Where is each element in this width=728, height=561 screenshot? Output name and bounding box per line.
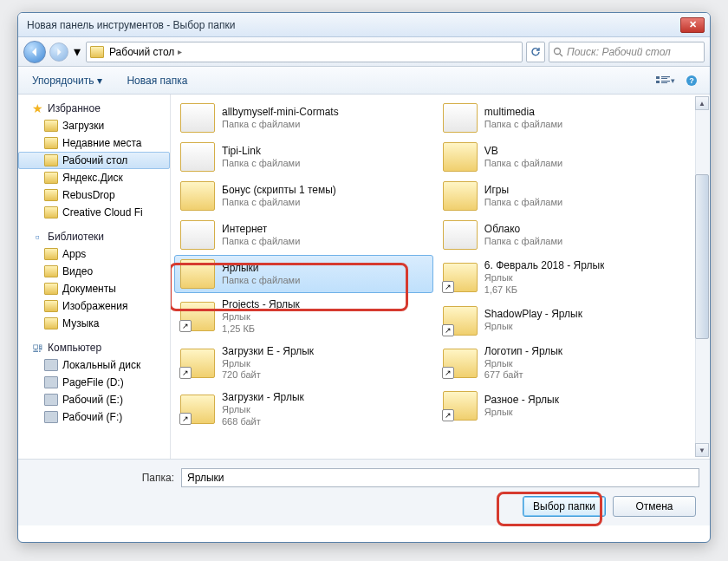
file-name: 6. Февраль 2018 - Ярлык [484, 259, 605, 272]
folder-icon [90, 46, 104, 58]
folder-icon [44, 283, 58, 295]
drive-icon [44, 394, 58, 406]
sidebar-item-label: Изображения [62, 300, 127, 312]
file-item[interactable]: multimediaПапка с файлами [437, 99, 696, 137]
sidebar-item[interactable]: Документы [18, 280, 170, 297]
file-name: Загрузки E - Ярлык [222, 345, 314, 358]
sidebar-item-label: Локальный диск [62, 359, 140, 371]
favorites-group[interactable]: ★Избранное [18, 100, 170, 117]
file-name: Projects - Ярлык [222, 298, 300, 311]
scroll-down-button[interactable]: ▼ [695, 443, 709, 457]
scroll-up-button[interactable]: ▲ [695, 96, 709, 110]
file-name: Интернет [222, 223, 300, 236]
file-item[interactable]: ИгрыПапка с файлами [437, 177, 696, 215]
folder-icon [180, 220, 215, 250]
file-item[interactable]: Логотип - ЯрлыкЯрлык677 байт [437, 341, 696, 387]
folder-icon [180, 103, 215, 133]
svg-rect-4 [661, 81, 670, 82]
new-folder-button[interactable]: Новая папка [120, 71, 194, 90]
view-options-button[interactable]: ▾ [654, 71, 677, 90]
search-icon [553, 47, 563, 57]
computer-group[interactable]: 🖳Компьютер [18, 339, 170, 356]
file-type: Ярлык [222, 358, 314, 370]
sidebar-item[interactable]: Рабочий стол [18, 152, 170, 169]
file-type: Ярлык [222, 404, 304, 416]
sidebar-item[interactable]: Локальный диск [18, 356, 170, 374]
sidebar-item[interactable]: Загрузки [18, 117, 170, 134]
sidebar-item[interactable]: Изображения [18, 297, 170, 315]
sidebar-item[interactable]: Creative Cloud Fi [18, 204, 170, 221]
nav-history-dropdown[interactable]: ▾ [72, 41, 82, 63]
folder-icon [443, 306, 478, 336]
folder-icon [44, 206, 58, 219]
file-item[interactable]: Tipi-LinkПапка с файлами [174, 138, 433, 176]
sidebar-item-label: Видео [62, 265, 93, 277]
folder-icon [443, 220, 478, 250]
sidebar-item-label: Документы [62, 283, 116, 295]
file-item[interactable]: Projects - ЯрлыкЯрлык1,25 КБ [174, 294, 433, 340]
chevron-right-icon[interactable]: ▸ [178, 47, 182, 56]
file-item[interactable]: ОблакоПапка с файлами [437, 216, 696, 254]
sidebar-item[interactable]: RebusDrop [18, 186, 170, 204]
file-type: Папка с файлами [484, 197, 562, 209]
chevron-down-icon: ▾ [97, 75, 102, 87]
file-item[interactable]: Разное - ЯрлыкЯрлык [437, 387, 696, 425]
sidebar-item[interactable]: Недавние места [18, 134, 170, 152]
scrollbar-thumb[interactable] [695, 174, 709, 339]
sidebar-item-label: Музыка [62, 317, 99, 329]
svg-point-0 [555, 48, 561, 54]
file-item[interactable]: ShadowPlay - ЯрлыкЯрлык [437, 302, 696, 340]
help-button[interactable]: ? [680, 71, 703, 90]
sidebar-item[interactable]: PageFile (D:) [18, 374, 170, 391]
folder-icon [443, 103, 478, 133]
folder-icon [44, 189, 58, 201]
sidebar-item[interactable]: Яндекс.Диск [18, 169, 170, 186]
nav-forward-button[interactable] [49, 42, 68, 62]
cancel-button[interactable]: Отмена [613, 496, 696, 517]
svg-rect-3 [661, 76, 670, 77]
file-list[interactable]: allbymyself-mini-CormatsПапка с файламиT… [171, 95, 710, 437]
nav-back-button[interactable] [23, 41, 46, 63]
organize-menu[interactable]: Упорядочить▾ [25, 71, 109, 90]
file-item[interactable]: 6. Февраль 2018 - ЯрлыкЯрлык1,67 КБ [437, 255, 696, 301]
dialog-window: Новая панель инструментов - Выбор папки … [17, 12, 711, 543]
file-type: Папка с файлами [484, 119, 562, 131]
file-item[interactable]: ИнтернетПапка с файлами [174, 216, 433, 254]
sidebar-item-label: Apps [62, 248, 86, 260]
breadcrumb-segment[interactable]: Рабочий стол [109, 46, 174, 58]
sidebar-item[interactable]: Apps [18, 245, 170, 263]
search-box[interactable]: Поиск: Рабочий стол [549, 42, 705, 62]
file-item[interactable]: Загрузки E - ЯрлыкЯрлык720 байт [174, 341, 433, 387]
file-name: Разное - Ярлык [484, 394, 559, 407]
dialog-footer: Папка: Выбор папки Отмена [18, 459, 710, 525]
window-title: Новая панель инструментов - Выбор папки [23, 19, 679, 31]
sidebar-item-label: Creative Cloud Fi [62, 206, 143, 219]
libraries-group[interactable]: ▫Библиотеки [18, 228, 170, 245]
file-name: Tipi-Link [222, 145, 300, 158]
sidebar-item[interactable]: Рабочий (E:) [18, 391, 170, 408]
address-bar[interactable]: Рабочий стол ▸ [86, 42, 523, 62]
sidebar-item[interactable]: Рабочий (F:) [18, 408, 170, 426]
refresh-button[interactable] [526, 42, 545, 62]
file-item[interactable]: allbymyself-mini-CormatsПапка с файлами [174, 99, 433, 137]
sidebar-item[interactable]: Музыка [18, 315, 170, 332]
titlebar: Новая панель инструментов - Выбор папки … [18, 13, 710, 37]
select-folder-button[interactable]: Выбор папки [523, 496, 606, 517]
folder-icon [44, 120, 58, 132]
svg-rect-6 [661, 82, 667, 83]
sidebar-item[interactable]: Видео [18, 263, 170, 280]
svg-text:?: ? [689, 76, 694, 85]
folder-icon [44, 265, 58, 277]
folder-name-input[interactable] [181, 468, 699, 487]
file-item[interactable]: VBПапка с файлами [437, 138, 696, 176]
file-item[interactable]: ЯрлыкиПапка с файлами [174, 255, 433, 293]
folder-icon [44, 317, 58, 329]
sidebar-item-label: Рабочий (F:) [62, 411, 122, 423]
file-item[interactable]: Загрузки - ЯрлыкЯрлык668 байт [174, 387, 433, 433]
file-name: Игры [484, 184, 562, 197]
file-item[interactable]: Бонус (скрипты 1 темы)Папка с файлами [174, 177, 433, 215]
close-button[interactable]: ✕ [680, 17, 705, 33]
folder-icon [44, 137, 58, 149]
file-type: Папка с файлами [222, 236, 300, 248]
navigation-tree[interactable]: ★Избранное ЗагрузкиНедавние местаРабочий… [18, 95, 171, 459]
